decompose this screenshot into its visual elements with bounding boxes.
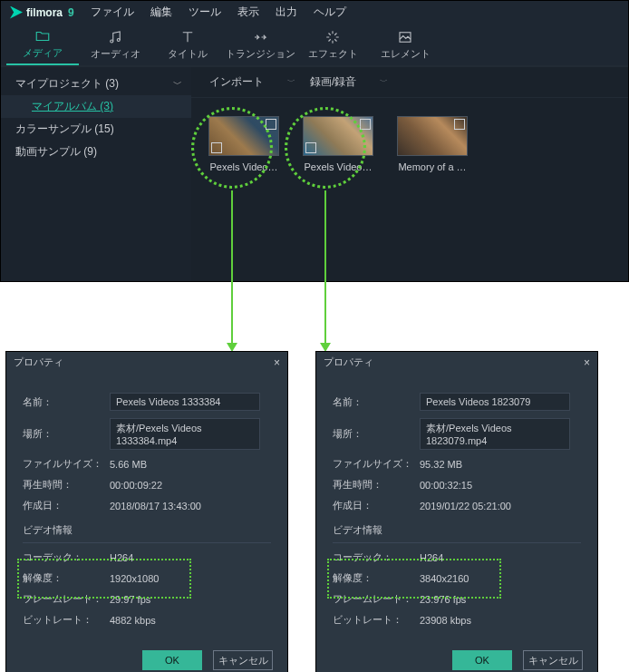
annotation-arrow-1: [231, 190, 233, 345]
sidebar-item-label: カラーサンプル (15): [15, 122, 114, 137]
value-duration: 00:00:09:22: [110, 480, 162, 491]
value-duration: 00:00:32:15: [420, 480, 472, 491]
thumb-label: Memory of a …: [396, 161, 469, 172]
folder-icon: [34, 28, 51, 44]
video-badge-icon: [266, 119, 276, 130]
help-menu[interactable]: ヘルプ: [314, 5, 346, 20]
label-filesize: ファイルサイズ：: [333, 457, 420, 471]
record-dropdown[interactable]: 録画/録音 ﹀: [306, 73, 392, 92]
svg-point-0: [111, 40, 113, 43]
label-name: 名前：: [333, 395, 420, 409]
tab-audio[interactable]: オーディオ: [79, 24, 151, 65]
edit-menu[interactable]: 編集: [150, 5, 172, 20]
sidebar-item-myproject[interactable]: マイプロジェクト (3) ﹀: [1, 73, 191, 95]
sidebar-item-label: マイプロジェクト (3): [15, 76, 119, 92]
cancel-button[interactable]: キャンセル: [213, 650, 273, 670]
sparkle-icon: [324, 29, 341, 45]
import-label: インポート: [209, 74, 264, 90]
section-videoinfo: ビデオ情報: [23, 523, 271, 537]
sidebar-item-myalbum[interactable]: マイアルバム (3): [1, 95, 191, 118]
value-resolution: 1920x1080: [110, 573, 159, 584]
tab-transition[interactable]: トランジション: [224, 24, 296, 65]
dialog-body: 名前： Pexels Videos 1333384 場所： 素材/Pexels …: [6, 373, 287, 641]
thumbnail-grid: Pexels Video… Pexels Video… Memory: [191, 98, 628, 190]
label-codec: コーデック：: [333, 550, 420, 564]
play-badge-icon: [305, 142, 316, 153]
dialog-buttons: OK キャンセル: [6, 641, 287, 672]
dialog-body: 名前： Pexels Videos 1823079 場所： 素材/Pexels …: [316, 373, 597, 641]
tab-title-label: タイトル: [168, 47, 208, 61]
label-bitrate: ビットレート：: [333, 613, 420, 627]
dialog-title: プロパティ: [324, 355, 373, 369]
transition-icon: [252, 29, 268, 45]
video-badge-icon: [360, 119, 371, 130]
value-framerate: 29.97 fps: [110, 594, 150, 605]
value-created: 2018/08/17 13:43:00: [110, 501, 201, 511]
value-location[interactable]: 素材/Pexels Videos 1823079.mp4: [420, 418, 570, 450]
annotation-arrow-2: [324, 190, 326, 345]
value-codec: H264: [420, 552, 443, 563]
close-icon[interactable]: ×: [274, 356, 280, 369]
thumb-label: Pexels Video…: [302, 161, 374, 172]
play-badge-icon: [211, 142, 222, 153]
menubar: filmora9 ファイル 編集 ツール 表示 出力 ヘルプ: [1, 1, 628, 24]
value-codec: H264: [110, 552, 133, 563]
brand-name: filmora: [26, 6, 63, 19]
value-name[interactable]: Pexels Videos 1823079: [420, 393, 570, 411]
thumb-image: [303, 116, 373, 156]
label-duration: 再生時間：: [333, 478, 420, 492]
ok-button[interactable]: OK: [142, 650, 202, 670]
divider: [23, 542, 271, 543]
media-thumb-1[interactable]: Pexels Video…: [208, 116, 280, 172]
chevron-down-icon: ﹀: [380, 76, 388, 88]
label-codec: コーデック：: [23, 550, 110, 564]
tab-effect[interactable]: エフェクト: [296, 24, 369, 65]
logo-mark-icon: [10, 6, 23, 19]
value-created: 2019/01/22 05:21:00: [420, 501, 511, 511]
view-menu[interactable]: 表示: [237, 5, 259, 20]
properties-dialog-1: プロパティ × 名前： Pexels Videos 1333384 場所： 素材…: [5, 351, 288, 672]
value-resolution: 3840x2160: [420, 573, 469, 584]
cancel-button[interactable]: キャンセル: [523, 650, 583, 670]
sidebar-item-label: マイアルバム (3): [32, 100, 113, 112]
sidebar-item-colorsample[interactable]: カラーサンプル (15): [1, 118, 191, 141]
tab-element-label: エレメント: [381, 47, 431, 61]
chevron-down-icon: ﹀: [173, 78, 182, 91]
ok-button[interactable]: OK: [452, 650, 512, 670]
content-area: インポート ﹀ 録画/録音 ﹀ Pexels Video…: [191, 67, 628, 281]
label-bitrate: ビットレート：: [23, 613, 110, 627]
content-toolbar: インポート ﹀ 録画/録音 ﹀: [191, 67, 628, 98]
video-badge-icon: [454, 119, 465, 130]
main-area: マイプロジェクト (3) ﹀ マイアルバム (3) カラーサンプル (15) 動…: [1, 67, 628, 281]
thumb-image: [397, 116, 468, 156]
tab-title[interactable]: タイトル: [151, 24, 224, 65]
value-location[interactable]: 素材/Pexels Videos 1333384.mp4: [110, 418, 260, 450]
sidebar-item-label: 動画サンプル (9): [15, 144, 97, 160]
media-thumb-3[interactable]: Memory of a …: [396, 116, 469, 172]
label-resolution: 解像度：: [23, 571, 110, 585]
label-name: 名前：: [23, 395, 110, 409]
export-menu[interactable]: 出力: [276, 5, 297, 20]
label-created: 作成日：: [23, 499, 110, 512]
section-videoinfo: ビデオ情報: [333, 523, 581, 537]
divider: [333, 542, 581, 543]
sidebar-item-videosample[interactable]: 動画サンプル (9): [1, 141, 191, 163]
value-filesize: 95.32 MB: [420, 459, 462, 470]
import-dropdown[interactable]: インポート ﹀: [206, 73, 299, 92]
dialog-title: プロパティ: [14, 355, 63, 369]
tab-element[interactable]: エレメント: [369, 24, 441, 65]
tab-media[interactable]: メディア: [6, 24, 79, 65]
value-bitrate: 4882 kbps: [110, 615, 156, 626]
brand-suffix: 9: [68, 6, 74, 19]
svg-point-1: [117, 38, 120, 41]
media-thumb-2[interactable]: Pexels Video…: [302, 116, 374, 172]
value-name[interactable]: Pexels Videos 1333384: [110, 393, 260, 411]
tool-menu[interactable]: ツール: [189, 5, 221, 20]
record-label: 録画/録音: [310, 74, 356, 90]
label-resolution: 解像度：: [333, 571, 420, 585]
filmora-window: filmora9 ファイル 編集 ツール 表示 出力 ヘルプ メディア オーディ…: [0, 0, 629, 282]
close-icon[interactable]: ×: [584, 356, 590, 369]
value-bitrate: 23908 kbps: [420, 615, 471, 626]
label-framerate: フレームレート：: [333, 592, 420, 606]
file-menu[interactable]: ファイル: [91, 5, 134, 20]
